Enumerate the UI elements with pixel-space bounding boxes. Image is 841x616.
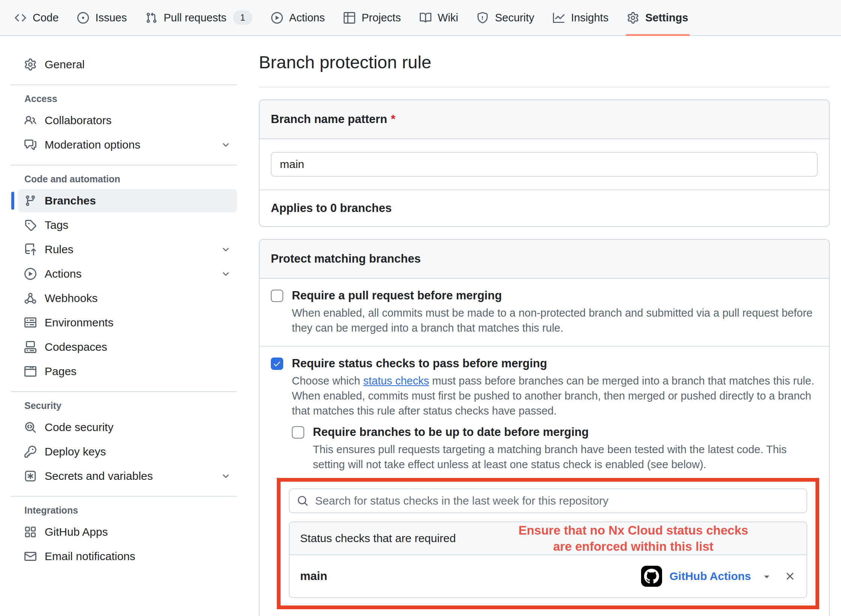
status-check-source-dropdown[interactable] bbox=[761, 571, 772, 581]
title-divider bbox=[259, 87, 830, 87]
sidebar-item-secrets-and-variables[interactable]: Secrets and variables bbox=[18, 464, 237, 488]
webhook-icon bbox=[24, 292, 36, 304]
checkbox-description: Choose which status checks must pass bef… bbox=[292, 373, 818, 418]
status-check-row: main GitHub Actions bbox=[290, 555, 806, 597]
tab-insights[interactable]: Insights bbox=[546, 0, 615, 35]
tab-actions[interactable]: Actions bbox=[264, 0, 332, 35]
checkbox-label: Require status checks to pass before mer… bbox=[292, 356, 547, 371]
codespaces-icon bbox=[24, 341, 36, 353]
sidebar-item-code-security[interactable]: Code security bbox=[18, 416, 237, 439]
sidebar-section-code-and-automation: Code and automation bbox=[24, 174, 237, 185]
github-actions-link[interactable]: GitHub Actions bbox=[670, 570, 751, 583]
status-checks-table-header: Status checks that are required Ensure t… bbox=[290, 522, 806, 555]
require-pull-request-checkbox[interactable] bbox=[271, 290, 283, 302]
require-status-checks-checkbox-row[interactable]: Require status checks to pass before mer… bbox=[271, 356, 818, 371]
tab-label: Issues bbox=[95, 12, 127, 24]
tag-icon bbox=[24, 219, 36, 231]
sidebar-section-integrations: Integrations bbox=[24, 505, 237, 516]
sidebar-item-label: Moderation options bbox=[45, 138, 140, 151]
branch-name-pattern-card: Branch name pattern* Applies to 0 branch… bbox=[259, 99, 830, 227]
sidebar-divider bbox=[11, 84, 237, 85]
sidebar-item-actions[interactable]: Actions bbox=[18, 262, 237, 285]
check-icon bbox=[273, 359, 281, 368]
tab-label: Settings bbox=[645, 12, 688, 24]
protect-matching-branches-header: Protect matching branches bbox=[260, 240, 829, 279]
tab-label: Projects bbox=[362, 12, 401, 24]
gear-icon bbox=[627, 12, 639, 24]
sidebar-item-label: GitHub Apps bbox=[45, 526, 108, 538]
graph-icon bbox=[553, 12, 565, 24]
require-up-to-date-checkbox[interactable] bbox=[292, 426, 304, 439]
repo-nav: Code Issues Pull requests1 Actions Proje… bbox=[0, 0, 841, 36]
sidebar-item-rules[interactable]: Rules bbox=[18, 238, 237, 261]
sidebar-item-label: Tags bbox=[45, 219, 68, 231]
sidebar-item-label: Code security bbox=[45, 421, 113, 434]
sidebar-item-deploy-keys[interactable]: Deploy keys bbox=[18, 440, 237, 463]
main-content: Branch protection rule Branch name patte… bbox=[248, 36, 841, 616]
pull-request-icon bbox=[146, 12, 157, 24]
description-text: Choose which bbox=[292, 375, 363, 387]
tab-label: Wiki bbox=[438, 12, 458, 24]
caret-down-icon bbox=[761, 571, 772, 581]
repo-push-icon bbox=[24, 243, 36, 255]
people-icon bbox=[24, 114, 36, 126]
checkbox-description: This ensures pull requests targeting a m… bbox=[313, 442, 818, 472]
checkbox-label: Require branches to be up to date before… bbox=[313, 425, 589, 439]
sidebar-item-webhooks[interactable]: Webhooks bbox=[18, 287, 237, 310]
sidebar-section-access: Access bbox=[24, 93, 237, 104]
sidebar-item-collaborators[interactable]: Collaborators bbox=[18, 109, 237, 132]
sidebar-divider bbox=[11, 391, 237, 392]
sidebar-item-general[interactable]: General bbox=[18, 53, 237, 76]
status-checks-table-header-label: Status checks that are required bbox=[300, 532, 456, 544]
play-icon bbox=[271, 12, 283, 24]
annotation-line-1: Ensure that no Nx Cloud status checks bbox=[476, 522, 791, 538]
branch-name-pattern-input[interactable] bbox=[271, 152, 818, 177]
sidebar-item-label: Webhooks bbox=[45, 292, 98, 305]
status-checks-search-input[interactable] bbox=[289, 488, 807, 513]
sidebar-item-tags[interactable]: Tags bbox=[18, 213, 237, 237]
require-pull-request-block: Require a pull request before merging Wh… bbox=[260, 279, 829, 346]
sidebar-item-label: Secrets and variables bbox=[45, 470, 153, 482]
status-checks-link[interactable]: status checks bbox=[363, 375, 429, 387]
tab-pull-requests[interactable]: Pull requests1 bbox=[139, 0, 259, 35]
sidebar-item-moderation-options[interactable]: Moderation options bbox=[18, 133, 237, 156]
sidebar-item-codespaces[interactable]: Codespaces bbox=[18, 335, 237, 359]
codescan-icon bbox=[24, 421, 36, 433]
status-checks-search bbox=[289, 488, 807, 513]
tab-label: Insights bbox=[571, 12, 608, 24]
tab-label: Actions bbox=[289, 12, 325, 24]
sidebar-item-email-notifications[interactable]: Email notifications bbox=[18, 545, 237, 568]
projects-icon bbox=[344, 12, 355, 24]
tab-projects[interactable]: Projects bbox=[337, 0, 408, 35]
sidebar-item-environments[interactable]: Environments bbox=[18, 311, 237, 334]
require-up-to-date-checkbox-row[interactable]: Require branches to be up to date before… bbox=[292, 425, 818, 439]
search-icon bbox=[297, 495, 308, 506]
github-mark-icon bbox=[644, 569, 659, 584]
remove-status-check-button[interactable] bbox=[784, 570, 796, 582]
tab-settings[interactable]: Settings bbox=[620, 0, 695, 35]
sidebar-item-branches[interactable]: Branches bbox=[18, 189, 237, 212]
chevron-down-icon bbox=[221, 140, 231, 150]
page-title: Branch protection rule bbox=[259, 52, 830, 72]
tab-wiki[interactable]: Wiki bbox=[413, 0, 465, 35]
pull-requests-count-badge: 1 bbox=[233, 11, 252, 25]
require-status-checks-block: Require status checks to pass before mer… bbox=[260, 346, 829, 616]
sidebar-divider bbox=[11, 496, 237, 497]
comment-discussion-icon bbox=[24, 139, 36, 151]
require-status-checks-checkbox[interactable] bbox=[271, 358, 283, 370]
tab-security[interactable]: Security bbox=[470, 0, 541, 35]
chevron-down-icon bbox=[221, 245, 231, 254]
sidebar-item-label: Deploy keys bbox=[45, 445, 106, 458]
require-pull-request-checkbox-row[interactable]: Require a pull request before merging bbox=[271, 288, 818, 303]
tab-label: Security bbox=[495, 12, 534, 24]
git-branch-icon bbox=[24, 195, 36, 207]
sidebar-item-github-apps[interactable]: GitHub Apps bbox=[18, 520, 237, 544]
sidebar-item-pages[interactable]: Pages bbox=[18, 360, 237, 383]
sidebar-item-label: Pages bbox=[45, 365, 77, 378]
applies-to-branches-text: Applies to 0 branches bbox=[260, 189, 829, 226]
tab-issues[interactable]: Issues bbox=[71, 0, 134, 35]
tab-code[interactable]: Code bbox=[8, 0, 65, 35]
mail-icon bbox=[24, 550, 36, 562]
apps-grid-icon bbox=[24, 526, 36, 538]
settings-sidebar: General Access Collaborators Moderation … bbox=[0, 36, 248, 569]
